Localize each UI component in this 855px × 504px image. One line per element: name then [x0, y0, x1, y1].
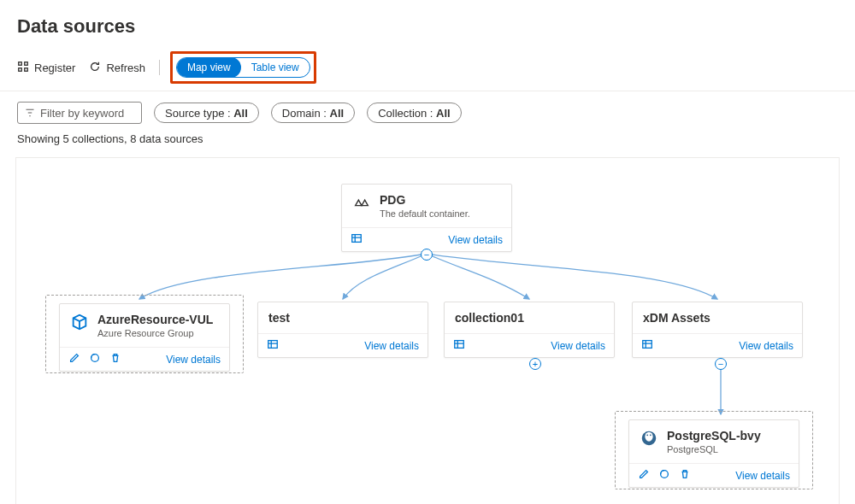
scan-icon[interactable] — [658, 468, 670, 483]
node-collection01[interactable]: collection01 View details — [444, 302, 615, 358]
data-grid-icon[interactable] — [267, 338, 279, 354]
node-root[interactable]: PDG The default container. View details — [341, 184, 512, 252]
node-subtitle: Azure Resource Group — [97, 328, 213, 338]
filter-value: All — [233, 107, 248, 120]
scan-icon[interactable] — [89, 352, 101, 367]
view-details-link[interactable]: View details — [735, 470, 790, 482]
delete-icon[interactable] — [679, 468, 691, 483]
svg-rect-1 — [25, 62, 28, 65]
edit-icon[interactable] — [68, 352, 80, 367]
svg-rect-8 — [643, 340, 652, 348]
svg-rect-0 — [19, 62, 22, 65]
view-toggle: Map view Table view — [176, 57, 310, 78]
node-subtitle: The default container. — [380, 208, 470, 219]
refresh-label: Refresh — [106, 62, 145, 74]
view-toggle-highlight: Map view Table view — [170, 51, 316, 84]
result-summary: Showing 5 collections, 8 data sources — [0, 131, 855, 152]
map-canvas[interactable]: PDG The default container. View details … — [15, 157, 840, 504]
svg-point-12 — [650, 434, 652, 436]
register-label: Register — [34, 62, 75, 74]
svg-rect-7 — [455, 340, 464, 348]
node-title: PostgreSQL-bvy — [667, 429, 761, 442]
register-button[interactable]: Register — [17, 61, 75, 75]
data-grid-icon[interactable] — [453, 338, 465, 354]
filter-value: All — [436, 107, 451, 120]
svg-rect-3 — [25, 67, 28, 71]
node-title: AzureResource-VUL — [97, 313, 213, 326]
svg-rect-2 — [19, 67, 22, 71]
source-type-filter[interactable]: Source type : All — [154, 103, 259, 123]
filter-label: Collection : — [378, 107, 433, 120]
edit-icon[interactable] — [638, 468, 650, 483]
node-test[interactable]: test View details — [257, 302, 428, 358]
node-title: xDM Assets — [643, 311, 711, 325]
view-details-link[interactable]: View details — [448, 234, 503, 246]
resource-group-icon — [70, 313, 89, 335]
container-icon — [352, 193, 371, 215]
svg-rect-4 — [352, 234, 362, 242]
filter-label: Source type : — [165, 107, 231, 120]
data-grid-icon[interactable] — [641, 338, 653, 354]
node-title: collection01 — [455, 311, 524, 325]
filter-label: Domain : — [282, 107, 327, 120]
toolbar: Register Refresh Map view Table view — [0, 50, 855, 91]
postgresql-icon — [640, 429, 658, 451]
node-title: test — [268, 311, 290, 325]
node-resource[interactable]: AzureResource-VUL Azure Resource Group V… — [59, 303, 230, 372]
node-xdm-assets[interactable]: xDM Assets View details — [632, 302, 803, 358]
grid-icon — [17, 61, 29, 75]
view-details-link[interactable]: View details — [364, 340, 419, 352]
filter-value: All — [330, 107, 345, 120]
map-view-toggle[interactable]: Map view — [177, 57, 241, 78]
keyword-placeholder: Filter by keyword — [40, 107, 124, 120]
refresh-button[interactable]: Refresh — [89, 61, 145, 75]
toolbar-divider — [159, 60, 160, 75]
data-grid-icon[interactable] — [351, 232, 363, 248]
svg-rect-6 — [268, 340, 278, 348]
view-details-link[interactable]: View details — [739, 340, 793, 352]
delete-icon[interactable] — [109, 352, 121, 367]
collection-filter[interactable]: Collection : All — [367, 103, 462, 123]
view-details-link[interactable]: View details — [551, 340, 605, 352]
collapse-toggle[interactable]: − — [715, 358, 727, 370]
collapse-toggle[interactable]: − — [421, 249, 433, 261]
refresh-icon — [89, 61, 101, 75]
svg-point-10 — [645, 432, 652, 442]
domain-filter[interactable]: Domain : All — [271, 103, 355, 123]
expand-toggle[interactable]: + — [529, 358, 541, 370]
svg-point-11 — [646, 434, 648, 436]
node-title: PDG — [380, 193, 470, 207]
page-title: Data sources — [17, 15, 855, 38]
node-subtitle: PostgreSQL — [667, 444, 761, 454]
view-details-link[interactable]: View details — [166, 354, 221, 366]
table-view-toggle[interactable]: Table view — [241, 57, 310, 78]
filter-bar: Filter by keyword Source type : All Doma… — [0, 91, 855, 131]
filter-icon — [25, 108, 35, 118]
node-postgresql[interactable]: PostgreSQL-bvy PostgreSQL View details — [628, 419, 799, 488]
keyword-filter-input[interactable]: Filter by keyword — [17, 102, 142, 124]
